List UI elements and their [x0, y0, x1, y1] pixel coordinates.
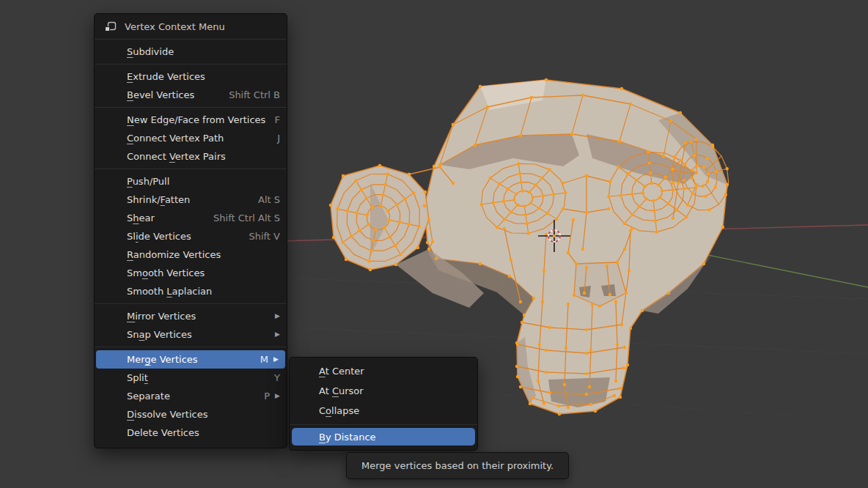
shortcut-label: Alt S — [258, 194, 280, 205]
shortcut-label: Shift Ctrl B — [229, 89, 280, 100]
menu-item-label: Merge Vertices — [127, 354, 198, 365]
shortcut-label: J — [277, 133, 280, 144]
menu-item-label: Slide Vertices — [127, 231, 191, 242]
menu-item-dissolve-vertices[interactable]: Dissolve Vertices — [95, 405, 287, 424]
shortcut-label: P — [264, 391, 270, 402]
menu-title: Vertex Context Menu — [125, 21, 225, 32]
menu-item-at-center[interactable]: At Center — [290, 361, 477, 381]
menu-item-label: New Edge/Face from Vertices — [127, 114, 265, 125]
merge-vertices-submenu: At CenterAt CursorCollapseBy Distance — [289, 357, 478, 451]
menu-item-merge-vertices[interactable]: Merge VerticesM▶ — [96, 350, 285, 369]
menu-separator — [95, 64, 287, 64]
menu-item-label: Randomize Vertices — [127, 249, 221, 260]
menu-item-split[interactable]: SplitY — [95, 369, 287, 387]
menu-item-at-cursor[interactable]: At Cursor — [290, 381, 477, 401]
menu-item-smooth-vertices[interactable]: Smooth Vertices — [95, 264, 287, 282]
menu-item-smooth-laplacian[interactable]: Smooth Laplacian — [95, 282, 287, 300]
menu-item-label: Delete Vertices — [127, 427, 199, 438]
submenu-arrow-icon: ▶ — [273, 356, 279, 363]
menu-item-subdivide[interactable]: Subdivide — [95, 42, 287, 61]
menu-item-slide-vertices[interactable]: Slide VerticesShift V — [95, 227, 287, 245]
submenu-arrow-icon: ▶ — [275, 313, 280, 319]
vertex-context-menu: Vertex Context Menu SubdivideExtrude Ver… — [94, 13, 287, 448]
submenu-arrow-icon: ▶ — [275, 393, 280, 399]
blender-3d-viewport[interactable]: Vertex Context Menu SubdivideExtrude Ver… — [0, 0, 868, 488]
menu-item-randomize-vertices[interactable]: Randomize Vertices — [95, 245, 287, 264]
menu-item-label: Shrink/Fatten — [127, 194, 190, 205]
menu-item-label: Smooth Laplacian — [127, 286, 212, 297]
menu-item-label: By Distance — [319, 432, 376, 443]
menu-item-separate[interactable]: SeparateP▶ — [95, 387, 287, 405]
menu-item-connect-vertex-path[interactable]: Connect Vertex PathJ — [95, 129, 287, 147]
menu-item-label: Connect Vertex Path — [127, 133, 224, 144]
tooltip-text: Merge vertices based on their proximity. — [361, 460, 553, 471]
menu-item-bevel-vertices[interactable]: Bevel VerticesShift Ctrl B — [95, 86, 287, 104]
menu-item-label: Push/Pull — [127, 176, 169, 187]
menu-item-label: Dissolve Vertices — [127, 409, 207, 420]
menu-item-collapse[interactable]: Collapse — [290, 401, 477, 421]
menu-separator — [95, 169, 287, 169]
menu-item-label: Connect Vertex Pairs — [127, 151, 226, 162]
menu-separator — [95, 107, 287, 108]
menu-item-label: Collapse — [319, 405, 359, 416]
menu-item-connect-vertex-pairs[interactable]: Connect Vertex Pairs — [95, 147, 287, 166]
menu-separator — [290, 424, 477, 425]
menu-item-push-pull[interactable]: Push/Pull — [95, 172, 287, 191]
menu-item-mirror-vertices[interactable]: Mirror Vertices▶ — [95, 307, 287, 325]
menu-item-new-edge-face-from-vertices[interactable]: New Edge/Face from VerticesF — [95, 111, 287, 129]
menu-item-label: Extrude Vertices — [127, 71, 205, 82]
menu-item-delete-vertices[interactable]: Delete Vertices — [95, 424, 287, 442]
menu-item-label: Subdivide — [127, 46, 174, 57]
menu-item-label: Smooth Vertices — [127, 267, 205, 278]
menu-separator — [95, 347, 287, 347]
menu-header: Vertex Context Menu — [95, 14, 287, 40]
tooltip: Merge vertices based on their proximity. — [346, 452, 569, 479]
shortcut-label: Shift V — [249, 231, 280, 242]
submenu-arrow-icon: ▶ — [275, 331, 280, 338]
menu-item-label: Separate — [127, 391, 170, 402]
menu-item-label: At Center — [319, 366, 364, 377]
menu-item-snap-vertices[interactable]: Snap Vertices▶ — [95, 325, 287, 344]
menu-item-label: Snap Vertices — [127, 329, 192, 340]
menu-item-extrude-vertices[interactable]: Extrude Vertices — [95, 67, 287, 86]
vertex-select-icon — [104, 21, 117, 33]
menu-item-shrink-fatten[interactable]: Shrink/FattenAlt S — [95, 191, 287, 209]
menu-item-shear[interactable]: ShearShift Ctrl Alt S — [95, 209, 287, 227]
menu-item-label: Bevel Vertices — [127, 89, 194, 100]
menu-item-label: At Cursor — [319, 385, 364, 396]
menu-item-label: Mirror Vertices — [127, 311, 196, 322]
menu-item-label: Shear — [127, 212, 155, 223]
menu-item-label: Split — [127, 372, 148, 383]
shortcut-label: Y — [274, 372, 280, 383]
shortcut-label: F — [275, 114, 280, 125]
menu-separator — [95, 303, 287, 304]
menu-item-by-distance[interactable]: By Distance — [292, 428, 475, 446]
shortcut-label: M — [260, 354, 268, 365]
shortcut-label: Shift Ctrl Alt S — [213, 212, 280, 223]
